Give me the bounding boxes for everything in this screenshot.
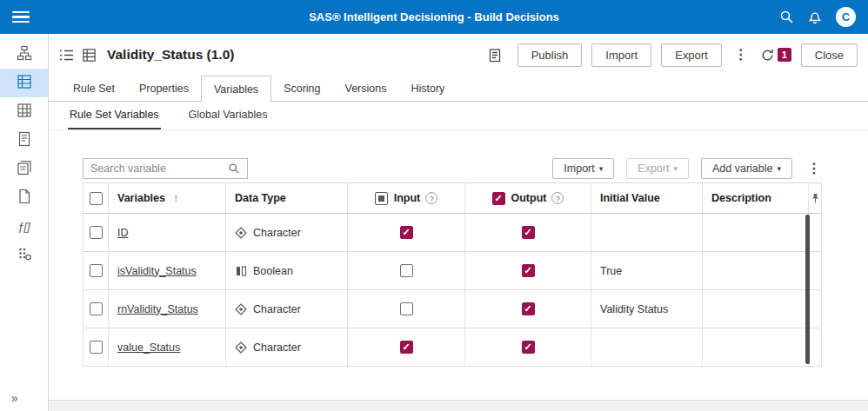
vertical-scrollbar[interactable] (805, 215, 810, 364)
hamburger-menu-icon[interactable] (12, 11, 30, 23)
input-checkbox[interactable] (400, 302, 413, 315)
sub-tab-bar: Rule Set Variables Global Variables (49, 102, 868, 130)
search-variable-box[interactable] (83, 158, 248, 179)
sidebar-item-rule-sets[interactable] (0, 69, 48, 97)
input-checkbox[interactable] (400, 264, 413, 277)
initial-value-header[interactable]: Initial Value (591, 183, 703, 213)
description-cell[interactable] (703, 252, 809, 289)
caret-down-icon (599, 165, 604, 173)
table-controls: Import Export Add variable (83, 157, 824, 180)
sidebar-item-domains[interactable] (0, 241, 48, 269)
data-type-header[interactable]: Data Type (226, 183, 348, 213)
code-file-icon (17, 189, 32, 208)
publish-button[interactable]: Publish (517, 43, 583, 67)
variables-header[interactable]: Variables (109, 183, 226, 213)
search-icon[interactable] (779, 10, 794, 24)
character-type-icon (235, 303, 247, 315)
close-button[interactable]: Close (801, 43, 858, 67)
subtab-global-variables[interactable]: Global Variables (187, 102, 270, 129)
user-avatar[interactable]: C (836, 7, 856, 27)
sidebar-item-functions[interactable] (0, 212, 48, 241)
description-cell[interactable] (703, 328, 809, 366)
variable-link[interactable]: rnValidity_Status (117, 303, 198, 315)
functions-icon (17, 220, 30, 233)
select-all-checkbox[interactable] (90, 192, 103, 205)
data-type-label: Character (253, 303, 301, 315)
variable-link[interactable]: isValidity_Status (117, 265, 197, 277)
import-button[interactable]: Import (591, 43, 651, 67)
output-checkbox[interactable] (522, 264, 535, 277)
input-select-all-checkbox[interactable] (375, 192, 388, 205)
initial-value-cell[interactable] (591, 214, 703, 251)
caret-down-icon (777, 165, 781, 173)
description-header[interactable]: Description (703, 183, 809, 213)
data-type-label: Character (253, 227, 301, 239)
horizontal-scrollbar-track[interactable] (49, 400, 868, 411)
table-row: value_Status Character (83, 328, 822, 367)
variable-link[interactable]: value_Status (117, 341, 180, 354)
variable-link[interactable]: ID (117, 227, 129, 239)
notifications-bell-icon[interactable] (808, 10, 822, 24)
sidebar (0, 34, 49, 411)
pin-column-icon[interactable] (811, 193, 820, 204)
checklist-icon[interactable] (488, 48, 502, 63)
decision-flow-icon (17, 45, 32, 64)
export-button[interactable]: Export (661, 43, 722, 67)
search-icon[interactable] (228, 162, 240, 175)
initial-value-cell[interactable]: Validity Status (591, 290, 703, 328)
table-more-options-icon[interactable] (805, 162, 824, 176)
tab-versions[interactable]: Versions (333, 76, 399, 102)
column-options-cell (809, 183, 822, 213)
import-menu-button[interactable]: Import (552, 158, 614, 179)
help-icon[interactable] (425, 192, 437, 204)
data-type-label: Boolean (253, 265, 293, 277)
expand-sidebar-button[interactable] (11, 391, 18, 405)
output-checkbox[interactable] (522, 341, 535, 354)
help-icon[interactable] (551, 192, 564, 204)
view-list-icon[interactable] (59, 49, 74, 62)
sidebar-item-treatments[interactable] (0, 126, 48, 155)
add-variable-button[interactable]: Add variable (701, 158, 792, 179)
page-title: Validity_Status (1.0) (107, 47, 234, 63)
output-checkbox[interactable] (522, 226, 535, 239)
row-select-checkbox[interactable] (90, 302, 103, 315)
table-row: ID Character (83, 214, 822, 252)
row-select-checkbox[interactable] (90, 226, 103, 239)
input-checkbox[interactable] (400, 226, 413, 239)
tab-properties[interactable]: Properties (127, 76, 201, 102)
more-actions-icon[interactable] (731, 48, 751, 62)
input-header: Input (348, 183, 465, 213)
notification-badge: 1 (778, 48, 791, 62)
description-cell[interactable] (703, 214, 809, 251)
description-cell[interactable] (703, 290, 809, 328)
input-checkbox[interactable] (400, 341, 413, 354)
tab-history[interactable]: History (398, 76, 457, 102)
initial-value: Validity Status (600, 303, 668, 315)
sync-status[interactable]: 1 (760, 48, 791, 63)
sidebar-item-code-files[interactable] (0, 183, 48, 212)
lookup-table-icon (17, 103, 32, 122)
app-header: SAS® Intelligent Decisioning - Build Dec… (0, 0, 868, 34)
output-checkbox[interactable] (522, 302, 535, 315)
row-select-checkbox[interactable] (90, 341, 103, 354)
tab-scoring[interactable]: Scoring (271, 76, 332, 102)
search-input[interactable] (90, 162, 223, 175)
table-row: rnValidity_Status Character Validity Sta… (83, 290, 822, 328)
sidebar-item-treatment-groups[interactable] (0, 155, 48, 183)
tab-bar: Rule Set Properties Variables Scoring Ve… (49, 76, 868, 102)
output-header: Output (465, 183, 591, 213)
document-toolbar: Validity_Status (1.0) Publish Import Exp… (49, 34, 868, 76)
initial-value-cell[interactable]: True (591, 252, 703, 289)
sidebar-item-decisions[interactable] (0, 40, 48, 69)
row-select-checkbox[interactable] (90, 264, 103, 277)
output-select-all-checkbox[interactable] (492, 192, 505, 205)
sidebar-item-lookup-tables[interactable] (0, 97, 48, 126)
table-header-row: Variables Data Type Input Output Initial… (83, 182, 822, 214)
initial-value-cell[interactable] (591, 328, 703, 366)
export-menu-button[interactable]: Export (626, 158, 689, 179)
subtab-rule-set-variables[interactable]: Rule Set Variables (68, 102, 161, 129)
tab-variables[interactable]: Variables (201, 76, 271, 102)
grid-settings-icon (17, 246, 32, 265)
rule-set-type-icon (82, 48, 97, 63)
tab-rule-set[interactable]: Rule Set (61, 76, 127, 102)
